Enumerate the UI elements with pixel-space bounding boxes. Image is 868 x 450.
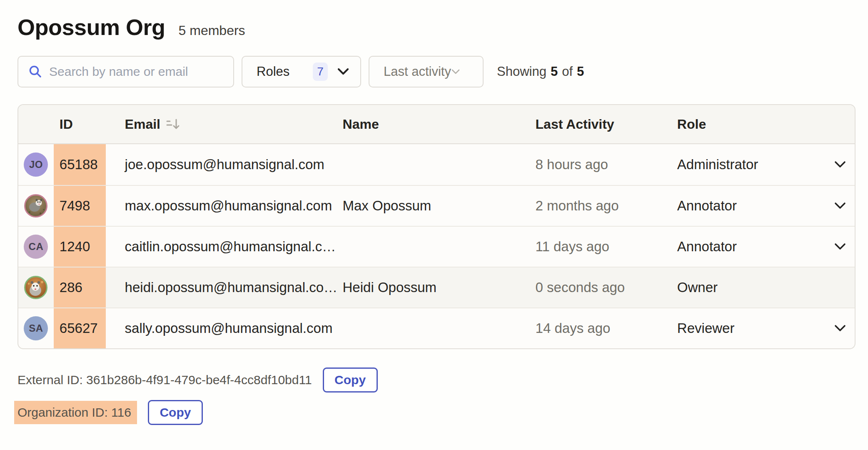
member-name-cell	[343, 144, 536, 185]
member-id-cell: 7498	[54, 186, 106, 226]
chevron-down-icon	[834, 242, 846, 251]
member-id-cell: 286	[54, 268, 106, 308]
avatar-photo-opossum	[24, 275, 48, 300]
table-body: JO65188joe.opossum@humansignal.com8 hour…	[18, 144, 855, 348]
avatar-photo-opossum	[24, 194, 48, 218]
avatar-cell	[18, 268, 54, 308]
column-header-email[interactable]: Email	[106, 105, 343, 143]
org-ids-footer: External ID: 361b286b-4f91-479c-be4f-4cc…	[17, 368, 868, 425]
header-menu-spacer	[826, 105, 855, 143]
member-row[interactable]: CA1240caitlin.opossum@humansignal.c…11 d…	[18, 226, 855, 267]
copy-external-id-button[interactable]: Copy	[323, 368, 378, 392]
avatar-cell	[18, 186, 54, 226]
member-role-cell: Administrator	[677, 144, 826, 185]
member-name-cell: Max Opossum	[343, 186, 536, 226]
member-row[interactable]: SA65627sally.opossum@humansignal.com14 d…	[18, 308, 855, 348]
chevron-down-icon	[834, 202, 846, 210]
member-role-cell: Annotator	[677, 227, 826, 267]
roles-filter[interactable]: Roles 7	[242, 56, 361, 88]
filter-toolbar: Roles 7 Last activity Showing 5 of 5	[17, 56, 868, 88]
showing-of: of	[562, 64, 573, 79]
member-row[interactable]: 7498max.opossum@humansignal.comMax Oposs…	[18, 185, 855, 226]
member-last-activity-cell: 2 months ago	[536, 186, 677, 226]
table-header-row: ID Email Name Last Activity Role	[18, 105, 855, 144]
column-header-id: ID	[54, 105, 106, 143]
role-menu-cell	[826, 268, 855, 308]
external-id-line: External ID: 361b286b-4f91-479c-be4f-4cc…	[17, 368, 868, 392]
avatar-initials: SA	[24, 316, 48, 340]
member-last-activity-cell: 8 hours ago	[536, 144, 677, 185]
page-header: Opossum Org 5 members	[17, 14, 868, 40]
column-header-role: Role	[677, 105, 826, 143]
column-header-email-label: Email	[125, 117, 160, 132]
sort-descending-icon[interactable]	[166, 118, 180, 130]
avatar-cell: SA	[18, 308, 54, 348]
showing-total-count: 5	[577, 64, 584, 79]
column-header-last-activity: Last Activity	[536, 105, 677, 143]
role-dropdown-button[interactable]	[834, 324, 846, 332]
role-dropdown-button[interactable]	[834, 242, 846, 251]
member-count: 5 members	[179, 23, 245, 38]
copy-organization-id-button[interactable]: Copy	[148, 400, 203, 425]
avatar-initials: CA	[24, 235, 48, 259]
member-email-cell: joe.opossum@humansignal.com	[106, 144, 343, 185]
member-last-activity-cell: 11 days ago	[536, 227, 677, 267]
search-box[interactable]	[17, 56, 234, 88]
role-dropdown-button[interactable]	[834, 202, 846, 210]
role-menu-cell	[826, 186, 855, 226]
search-icon	[28, 65, 42, 79]
organization-page: Opossum Org 5 members Roles 7 Last ac	[0, 0, 868, 425]
search-input[interactable]	[49, 65, 223, 79]
organization-id-line: Organization ID: 116 Copy	[14, 400, 868, 425]
member-id-cell: 1240	[54, 227, 106, 267]
member-role-cell: Reviewer	[677, 308, 826, 348]
external-id-value: External ID: 361b286b-4f91-479c-be4f-4cc…	[17, 373, 312, 387]
avatar-cell: CA	[18, 227, 54, 267]
member-email-cell: sally.opossum@humansignal.com	[106, 308, 343, 348]
member-last-activity-cell: 0 seconds ago	[536, 268, 677, 308]
last-activity-filter[interactable]: Last activity	[369, 56, 484, 88]
avatar-initials: JO	[24, 152, 48, 177]
last-activity-filter-label: Last activity	[384, 64, 451, 79]
chevron-down-icon	[834, 324, 846, 332]
roles-count-badge: 7	[313, 62, 328, 81]
showing-prefix: Showing	[497, 64, 546, 79]
member-row[interactable]: JO65188joe.opossum@humansignal.com8 hour…	[18, 144, 855, 185]
member-name-cell	[343, 308, 536, 348]
organization-id-value: Organization ID: 116	[14, 401, 137, 424]
showing-count: Showing 5 of 5	[497, 64, 584, 79]
column-header-name: Name	[343, 105, 536, 143]
member-id-cell: 65188	[54, 144, 106, 185]
chevron-down-icon	[451, 69, 460, 75]
member-email-cell: caitlin.opossum@humansignal.c…	[106, 227, 343, 267]
member-role-cell: Owner	[677, 268, 826, 308]
member-last-activity-cell: 14 days ago	[536, 308, 677, 348]
members-table: ID Email Name Last Activity Role JO65188…	[17, 104, 856, 349]
member-row[interactable]: 286heidi.opossum@humansignal.co…Heidi Op…	[18, 267, 855, 308]
member-role-cell: Annotator	[677, 186, 826, 226]
member-name-cell: Heidi Opossum	[343, 268, 536, 308]
showing-visible-count: 5	[551, 64, 558, 79]
role-menu-cell	[826, 227, 855, 267]
header-avatar-spacer	[18, 105, 54, 143]
member-email-cell: heidi.opossum@humansignal.co…	[106, 268, 343, 308]
member-id-cell: 65627	[54, 308, 106, 348]
role-menu-cell	[826, 308, 855, 348]
avatar-cell: JO	[18, 144, 54, 185]
member-email-cell: max.opossum@humansignal.com	[106, 186, 343, 226]
chevron-down-icon	[834, 160, 846, 169]
role-dropdown-button[interactable]	[834, 160, 846, 169]
page-title: Opossum Org	[17, 14, 165, 40]
chevron-down-icon	[328, 68, 349, 76]
member-name-cell	[343, 227, 536, 267]
roles-filter-label: Roles	[257, 64, 289, 79]
role-menu-cell	[826, 144, 855, 185]
